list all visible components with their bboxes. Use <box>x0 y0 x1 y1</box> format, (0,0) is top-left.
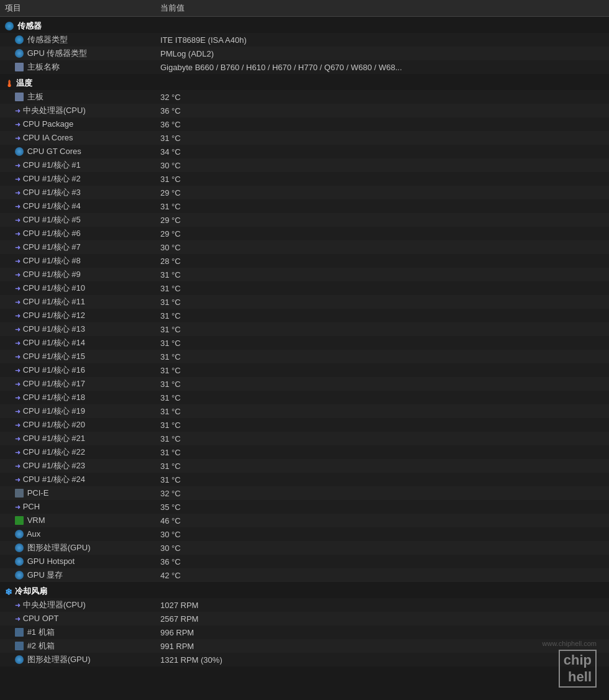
item-label: CPU #1/核心 #2 <box>23 174 81 183</box>
table-row: ➜ CPU #1/核心 #231 °C <box>0 172 609 186</box>
table-row: ➜ CPU #1/核心 #2131 °C <box>0 432 609 445</box>
table-row: #1 机箱996 RPM <box>0 625 609 639</box>
item-value: 30 °C <box>155 541 441 555</box>
item-label: 主板 <box>27 92 44 101</box>
item-label: GPU 显存 <box>27 570 63 580</box>
item-value: 31 °C <box>155 363 441 377</box>
item-value: 31 °C <box>155 377 441 391</box>
table-row: GPU 显存42 °C <box>0 568 609 582</box>
item-value: 42 °C <box>155 568 441 582</box>
table-row: ➜ CPU #1/核心 #130 °C <box>0 158 609 172</box>
table-row: 图形处理器(GPU)1321 RPM (30%) <box>0 653 609 666</box>
table-row: ➜ CPU #1/核心 #629 °C <box>0 227 609 240</box>
logo-top: chip <box>564 652 592 668</box>
section-sensors: 传感器 <box>0 17 609 34</box>
section-label: 传感器 <box>17 21 42 30</box>
table-row: ➜ CPU #1/核心 #2031 °C <box>0 418 609 432</box>
table-row: VRM46 °C <box>0 514 609 527</box>
table-row: ➜ CPU IA Cores31 °C <box>0 131 609 145</box>
table-row: ➜ CPU #1/核心 #1331 °C <box>0 322 609 336</box>
table-row: ➜ CPU OPT2567 RPM <box>0 612 609 625</box>
item-label: PCH <box>23 502 40 511</box>
item-label: CPU #1/核心 #20 <box>23 420 85 429</box>
table-row: ➜ CPU #1/核心 #1531 °C <box>0 350 609 363</box>
item-label: CPU #1/核心 #9 <box>23 270 81 279</box>
table-row: PCI-E32 °C <box>0 486 609 500</box>
table-row: ➜ CPU #1/核心 #730 °C <box>0 240 609 254</box>
table-row: ➜ CPU #1/核心 #329 °C <box>0 186 609 199</box>
item-label: CPU #1/核心 #23 <box>23 461 85 470</box>
table-row: 图形处理器(GPU)30 °C <box>0 541 609 555</box>
item-value: 2567 RPM <box>155 612 441 625</box>
item-value: 29 °C <box>155 227 441 240</box>
data-table: 项目 当前值 传感器 传感器类型ITE IT8689E (ISA A40h) G… <box>0 0 609 666</box>
item-label: CPU #1/核心 #3 <box>23 188 81 197</box>
table-row: ➜ CPU Package36 °C <box>0 117 609 131</box>
col-header-value: 当前值 <box>155 0 441 17</box>
item-value: 31 °C <box>155 336 441 350</box>
table-row: 主板名称Gigabyte B660 / B760 / H610 / H670 /… <box>0 60 609 74</box>
item-label: CPU #1/核心 #10 <box>23 283 85 293</box>
item-label: GPU 传感器类型 <box>27 48 88 58</box>
item-label: CPU #1/核心 #21 <box>23 434 85 443</box>
item-value: 31 °C <box>155 199 441 213</box>
table-row: ➜ CPU #1/核心 #828 °C <box>0 254 609 268</box>
table-row: ➜ CPU #1/核心 #931 °C <box>0 268 609 281</box>
item-value: 36 °C <box>155 104 441 117</box>
item-value: 31 °C <box>155 172 441 186</box>
item-label: VRM <box>27 516 45 525</box>
item-label: CPU #1/核心 #4 <box>23 201 81 211</box>
item-label: CPU GT Cores <box>27 147 81 156</box>
item-label: CPU #1/核心 #12 <box>23 311 85 320</box>
section-label: 温度 <box>16 78 32 88</box>
item-label: CPU #1/核心 #7 <box>23 242 81 252</box>
item-value: 31 °C <box>155 391 441 404</box>
item-label: CPU OPT <box>23 614 59 623</box>
item-label: CPU #1/核心 #16 <box>23 365 85 375</box>
item-label: CPU #1/核心 #1 <box>23 160 81 170</box>
item-value: 31 °C <box>155 268 441 281</box>
item-label: CPU #1/核心 #11 <box>23 297 85 306</box>
table-row: ➜ CPU #1/核心 #1231 °C <box>0 309 609 322</box>
item-value: 1027 RPM <box>155 598 441 612</box>
item-value: 36 °C <box>155 117 441 131</box>
main-container: 项目 当前值 传感器 传感器类型ITE IT8689E (ISA A40h) G… <box>0 0 609 666</box>
item-label: 图形处理器(GPU) <box>27 543 91 552</box>
item-label: 主板名称 <box>27 62 60 71</box>
item-label: PCI-E <box>27 488 49 498</box>
table-row: CPU GT Cores34 °C <box>0 145 609 158</box>
item-value: 30 °C <box>155 527 441 541</box>
item-label: CPU #1/核心 #17 <box>23 379 85 388</box>
item-label: CPU IA Cores <box>23 133 73 142</box>
item-value: 46 °C <box>155 514 441 527</box>
item-label: 传感器类型 <box>27 35 68 44</box>
item-label: CPU #1/核心 #18 <box>23 393 85 402</box>
item-value: 991 RPM <box>155 639 441 653</box>
table-row: ➜ CPU #1/核心 #1731 °C <box>0 377 609 391</box>
item-value: 35 °C <box>155 500 441 514</box>
item-value: 31 °C <box>155 350 441 363</box>
item-value: 34 °C <box>155 145 441 158</box>
item-label: GPU Hotspot <box>27 557 75 566</box>
item-label: CPU #1/核心 #24 <box>23 475 85 484</box>
watermark: www.chiphell.com chip hell <box>543 640 597 688</box>
table-row: 传感器类型ITE IT8689E (ISA A40h) <box>0 33 609 47</box>
item-value: 29 °C <box>155 186 441 199</box>
section-fan: ❄ 冷却风扇 <box>0 582 609 598</box>
item-label: CPU #1/核心 #13 <box>23 324 85 334</box>
item-value: 31 °C <box>155 404 441 418</box>
item-value: 31 °C <box>155 432 441 445</box>
item-value: ITE IT8689E (ISA A40h) <box>155 33 441 47</box>
watermark-url: www.chiphell.com <box>543 640 597 647</box>
item-label: CPU #1/核心 #19 <box>23 406 85 416</box>
item-label: CPU #1/核心 #8 <box>23 256 81 265</box>
item-value: 31 °C <box>155 473 441 486</box>
table-row: ➜ CPU #1/核心 #1131 °C <box>0 295 609 309</box>
table-row: ➜ CPU #1/核心 #1631 °C <box>0 363 609 377</box>
item-value: 31 °C <box>155 418 441 432</box>
item-value: 31 °C <box>155 445 441 459</box>
table-row: ➜ CPU #1/核心 #1931 °C <box>0 404 609 418</box>
item-label: 中央处理器(CPU) <box>23 600 86 609</box>
item-value: Gigabyte B660 / B760 / H610 / H670 / H77… <box>155 60 441 74</box>
item-value: 1321 RPM (30%) <box>155 653 441 666</box>
